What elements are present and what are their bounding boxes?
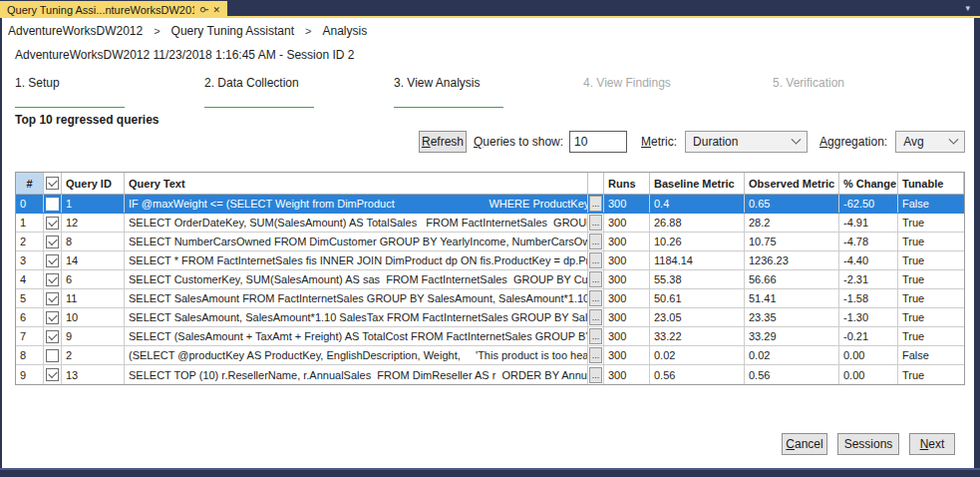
breadcrumb-item-assistant[interactable]: Query Tuning Assistant	[171, 24, 294, 38]
query-text-cell: SELECT SalesAmount, SalesAmount*1.10 Sal…	[125, 308, 588, 326]
select-all-checkbox[interactable]	[46, 177, 59, 190]
cancel-button[interactable]: Cancel	[782, 433, 827, 455]
table-row[interactable]: 6 10 SELECT SalesAmount, SalesAmount*1.1…	[16, 308, 964, 327]
query-id-cell: 6	[62, 270, 125, 288]
row-checkbox[interactable]	[46, 349, 59, 362]
table-row[interactable]: 8 2 (SELECT @productKey AS ProductKey, E…	[16, 346, 964, 365]
query-id-cell: 13	[62, 365, 125, 384]
table-row[interactable]: 1 12 SELECT OrderDateKey, SUM(SalesAmoun…	[16, 214, 964, 233]
table-row[interactable]: 3 14 SELECT * FROM FactInternetSales fis…	[16, 251, 964, 270]
regressed-queries-table: # Query ID Query Text Runs Baseline Metr…	[15, 172, 965, 385]
query-text-cell: SELECT NumberCarsOwned FROM DimCustomer …	[125, 233, 588, 250]
document-tab-bar: Query Tuning Assi...ntureWorksDW2012] ⚲ …	[0, 0, 980, 18]
query-detail-button[interactable]: ...	[589, 252, 602, 268]
query-detail-cell: ...	[588, 289, 604, 307]
row-checkbox[interactable]	[46, 254, 59, 267]
row-number-cell: 0	[16, 195, 44, 213]
query-id-cell: 8	[62, 233, 125, 250]
query-detail-button[interactable]: ...	[589, 328, 602, 344]
row-checkbox-cell[interactable]	[44, 233, 62, 250]
row-checkbox[interactable]	[46, 217, 59, 230]
query-detail-button[interactable]: ...	[589, 347, 602, 363]
runs-cell: 300	[604, 214, 650, 232]
row-checkbox[interactable]	[46, 198, 59, 211]
table-row[interactable]: 0 1 IF @maxWeight <= (SELECT Weight from…	[16, 195, 964, 214]
next-button[interactable]: Next	[909, 433, 955, 455]
runs-cell: 300	[604, 327, 650, 345]
row-checkbox-cell[interactable]	[44, 195, 62, 213]
row-checkbox-cell[interactable]	[44, 327, 62, 345]
row-checkbox-cell[interactable]	[44, 214, 62, 232]
header-select-all[interactable]	[44, 173, 62, 194]
tab-title: Query Tuning Assi...ntureWorksDW2012]	[7, 4, 194, 16]
tunable-cell: True	[898, 270, 964, 288]
row-checkbox-cell[interactable]	[44, 270, 62, 288]
aggregation-dropdown[interactable]: Avg	[895, 131, 965, 153]
window-right-border	[974, 18, 980, 477]
row-checkbox[interactable]	[46, 236, 59, 248]
query-detail-cell: ...	[588, 327, 604, 345]
table-row[interactable]: 7 9 SELECT (SalesAmount + TaxAmt + Freig…	[16, 327, 964, 346]
row-checkbox-cell[interactable]	[44, 251, 62, 269]
row-checkbox-cell[interactable]	[44, 365, 62, 384]
observed-metric-cell: 23.35	[745, 308, 839, 326]
header-observed-metric[interactable]: Observed Metric	[745, 173, 839, 194]
header-tunable[interactable]: Tunable	[898, 173, 964, 194]
baseline-metric-cell: 23.05	[650, 308, 745, 326]
table-row[interactable]: 2 8 SELECT NumberCarsOwned FROM DimCusto…	[16, 233, 964, 251]
page-title: Top 10 regressed queries	[15, 113, 160, 127]
metric-selected-value: Duration	[693, 135, 738, 149]
row-checkbox-cell[interactable]	[44, 346, 62, 364]
observed-metric-cell: 0.65	[745, 195, 839, 213]
table-row[interactable]: 4 6 SELECT CustomerKey, SUM(SalesAmount)…	[16, 270, 964, 289]
row-checkbox[interactable]	[46, 368, 59, 381]
row-number-cell: 3	[16, 251, 44, 269]
row-checkbox[interactable]	[46, 330, 59, 343]
document-tab[interactable]: Query Tuning Assi...ntureWorksDW2012] ⚲ …	[0, 1, 227, 18]
table-row[interactable]: 9 13 SELECT TOP (10) r.ResellerName, r.A…	[16, 365, 964, 384]
header-baseline-metric[interactable]: Baseline Metric	[650, 173, 745, 194]
row-checkbox[interactable]	[46, 292, 59, 305]
query-detail-button[interactable]: ...	[589, 309, 602, 325]
queries-to-show-input[interactable]	[569, 131, 627, 153]
header-row-number[interactable]: #	[16, 173, 44, 194]
query-detail-cell: ...	[588, 251, 604, 269]
row-checkbox-cell[interactable]	[44, 289, 62, 307]
query-id-cell: 10	[62, 308, 125, 326]
row-number-cell: 6	[16, 308, 44, 326]
query-detail-button[interactable]: ...	[589, 290, 602, 306]
pct-change-cell: -62.50	[839, 195, 898, 213]
query-id-cell: 2	[62, 346, 125, 364]
baseline-metric-cell: 33.22	[650, 327, 745, 345]
query-tuning-assistant-window: Query Tuning Assi...ntureWorksDW2012] ⚲ …	[0, 0, 980, 477]
query-text-cell: SELECT SalesAmount FROM FactInternetSale…	[125, 289, 588, 307]
row-checkbox-cell[interactable]	[44, 308, 62, 326]
row-checkbox[interactable]	[46, 273, 59, 286]
tab-list-chevron-icon[interactable]: ▾	[965, 3, 970, 13]
step-data-collection: 2. Data Collection	[204, 76, 394, 108]
metric-dropdown[interactable]: Duration	[685, 131, 808, 153]
breadcrumb-item-database[interactable]: AdventureWorksDW2012	[8, 24, 143, 38]
header-query-id[interactable]: Query ID	[62, 173, 125, 194]
tunable-cell: False	[898, 346, 964, 364]
query-detail-button[interactable]: ...	[589, 367, 602, 383]
header-pct-change[interactable]: % Change	[839, 173, 898, 194]
refresh-button[interactable]: Refresh	[419, 131, 467, 153]
query-detail-button[interactable]: ...	[589, 271, 602, 287]
table-row[interactable]: 5 11 SELECT SalesAmount FROM FactInterne…	[16, 289, 964, 308]
query-detail-button[interactable]: ...	[589, 234, 602, 249]
tunable-cell: True	[898, 308, 964, 326]
sessions-button[interactable]: Sessions	[837, 433, 899, 455]
observed-metric-cell: 33.29	[745, 327, 839, 345]
header-runs[interactable]: Runs	[604, 173, 650, 194]
row-checkbox[interactable]	[46, 311, 59, 324]
breadcrumb-item-analysis[interactable]: Analysis	[322, 24, 367, 38]
pin-icon[interactable]: ⚲	[198, 6, 209, 13]
query-detail-button[interactable]: ...	[589, 196, 602, 212]
observed-metric-cell: 28.2	[745, 214, 839, 232]
query-detail-button[interactable]: ...	[589, 215, 602, 231]
table-header-row: # Query ID Query Text Runs Baseline Metr…	[16, 173, 964, 195]
baseline-metric-cell: 0.4	[650, 195, 745, 213]
header-query-text[interactable]: Query Text	[125, 173, 588, 194]
close-icon[interactable]: ✕	[212, 5, 220, 15]
